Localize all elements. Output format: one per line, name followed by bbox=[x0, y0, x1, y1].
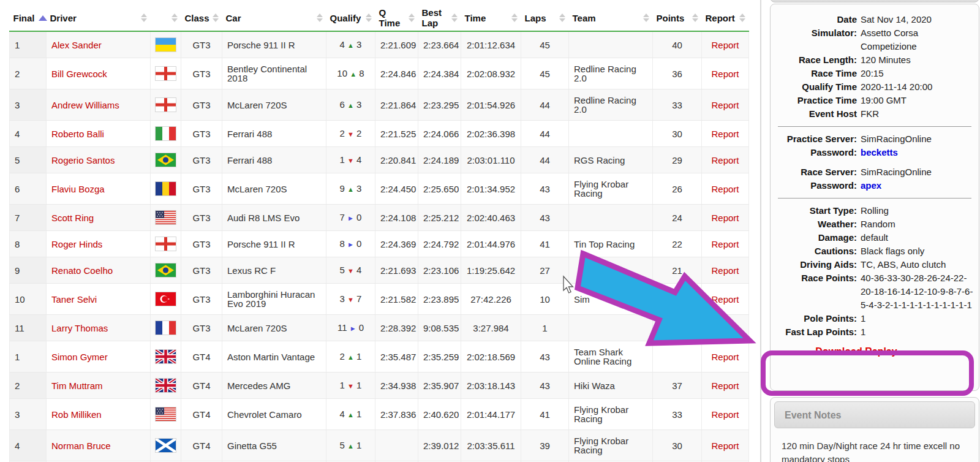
download-replay-link[interactable]: Download Replay bbox=[771, 346, 979, 357]
laps-cell: 39 bbox=[521, 430, 569, 461]
report-link[interactable]: Report bbox=[702, 205, 749, 231]
sidebar-spacer bbox=[771, 159, 979, 165]
laps-cell: 41 bbox=[521, 399, 569, 430]
report-link[interactable]: Report bbox=[702, 257, 749, 284]
driver-name-link[interactable]: Rogerio Santos bbox=[47, 147, 151, 173]
column-header-class[interactable]: Class bbox=[181, 5, 222, 31]
driver-name-link[interactable]: Taner Selvi bbox=[47, 284, 151, 315]
column-header-laps[interactable]: Laps bbox=[521, 5, 569, 31]
driver-name-link[interactable]: Alex Sander bbox=[47, 31, 151, 58]
driver-name-link[interactable]: Larry Thomas bbox=[47, 315, 151, 341]
qualify-cell: 4 ▲ 3 bbox=[326, 31, 375, 58]
class-cell: GT4 bbox=[181, 430, 222, 461]
column-header-label: Q Time bbox=[379, 7, 406, 28]
qualify-down-icon: ▼ bbox=[347, 157, 354, 164]
driver-name-link[interactable]: Andrew Williams bbox=[47, 89, 151, 121]
class-cell: GT3 bbox=[181, 147, 222, 173]
driver-name-link[interactable]: Bill Grewcock bbox=[47, 58, 151, 89]
report-link[interactable]: Report bbox=[702, 399, 749, 430]
report-link[interactable]: Report bbox=[702, 430, 749, 461]
info-row: Weather: Random bbox=[771, 218, 979, 231]
driver-name-link[interactable]: Flaviu Bozga bbox=[47, 173, 151, 205]
result-row: 3 Rob Milliken GT4 Chevrolet Camaro 4 ▲ … bbox=[10, 399, 749, 430]
column-header-car[interactable]: Car bbox=[222, 5, 326, 31]
report-link[interactable]: Report bbox=[702, 31, 749, 58]
sidebar-divider bbox=[778, 126, 971, 127]
report-link[interactable]: Report bbox=[702, 373, 749, 399]
report-link[interactable]: Report bbox=[702, 173, 749, 205]
column-header-team[interactable]: Team bbox=[569, 5, 653, 31]
race-time-cell: 2:03:18.143 bbox=[461, 373, 521, 399]
flag-cell bbox=[151, 430, 181, 461]
info-value: 2020-11-14 20:00 bbox=[861, 80, 974, 94]
qualify-time-cell: 2:28.392 bbox=[375, 315, 418, 341]
driver-name-link[interactable]: Scott Ring bbox=[47, 205, 151, 231]
column-header-flag[interactable] bbox=[151, 5, 181, 31]
qualify-down-icon: ▼ bbox=[347, 131, 354, 138]
driver-name-link[interactable]: Roberto Balli bbox=[47, 121, 151, 147]
driver-name-link[interactable]: Renato Coelho bbox=[47, 257, 151, 284]
column-header-report[interactable]: Report bbox=[702, 5, 749, 31]
flag-uk-icon bbox=[156, 379, 176, 392]
info-row: Event Host FKR bbox=[771, 107, 979, 121]
flag-cell bbox=[151, 284, 181, 315]
car-cell: Lexus RC F bbox=[222, 257, 326, 284]
laps-cell: 43 bbox=[521, 205, 569, 231]
driver-name-link[interactable]: Roger Hinds bbox=[47, 231, 151, 257]
sort-icon bbox=[739, 13, 745, 22]
column-header-label: Points bbox=[657, 13, 685, 23]
info-label: Date bbox=[771, 13, 857, 26]
final-position-cell: 3 bbox=[10, 399, 47, 430]
driver-name-link[interactable]: Tim Muttram bbox=[47, 373, 151, 399]
info-value: 20:15 bbox=[861, 67, 974, 80]
info-label: Simulator: bbox=[771, 26, 857, 53]
points-cell: 36 bbox=[653, 58, 702, 89]
column-header-time[interactable]: Time bbox=[461, 5, 521, 31]
points-cell: 33 bbox=[653, 399, 702, 430]
driver-name-link[interactable]: Simon Gymer bbox=[47, 341, 151, 373]
info-value: default bbox=[861, 231, 974, 244]
report-link[interactable]: Report bbox=[702, 121, 749, 147]
info-label: Practice Time bbox=[771, 94, 857, 107]
info-value: 120 Minutes bbox=[861, 53, 974, 67]
report-link[interactable]: Report bbox=[702, 147, 749, 173]
result-row: 9 Renato Coelho GT3 Lexus RC F 5 ▼ 4 2:2… bbox=[10, 257, 749, 284]
info-value: FKR bbox=[861, 107, 974, 121]
report-link[interactable]: Report bbox=[702, 341, 749, 373]
sort-icon bbox=[559, 13, 565, 22]
race-time-cell: 2:01:54.926 bbox=[461, 89, 521, 121]
column-header-q-time[interactable]: Q Time bbox=[375, 5, 418, 31]
qualify-down-icon: ▼ bbox=[347, 296, 354, 303]
column-header-best-lap[interactable]: Best Lap bbox=[418, 5, 461, 31]
column-header-qualify[interactable]: Qualify bbox=[326, 5, 375, 31]
result-row: 10 Taner Selvi GT3 Lamborghini Huracan E… bbox=[10, 284, 749, 315]
laps-cell: 1 bbox=[521, 315, 569, 341]
column-header-driver[interactable]: Driver bbox=[47, 5, 151, 31]
column-header-final[interactable]: Final bbox=[10, 5, 47, 31]
laps-cell: 43 bbox=[521, 173, 569, 205]
report-link[interactable]: Report bbox=[702, 315, 749, 341]
qualify-time-cell: 2:20.841 bbox=[375, 147, 418, 173]
report-link[interactable]: Report bbox=[702, 58, 749, 89]
report-link[interactable]: Report bbox=[702, 231, 749, 257]
report-link[interactable]: Report bbox=[702, 89, 749, 121]
report-link[interactable]: Report bbox=[702, 284, 749, 315]
result-row: 4 Roberto Balli GT3 Ferrari 488 2 ▼ 2 2:… bbox=[10, 121, 749, 147]
info-row: Pole Points: 1 bbox=[771, 312, 979, 325]
results-table-container: Final Driver Class Car Qualify Q Time bbox=[9, 5, 748, 462]
race-time-cell: 2:02:40.463 bbox=[461, 205, 521, 231]
flag-england-icon bbox=[156, 98, 176, 112]
points-cell: 21 bbox=[653, 257, 702, 284]
car-cell: McLaren 720S bbox=[222, 315, 326, 341]
points-cell: 37 bbox=[653, 373, 702, 399]
info-label: Driving Aids: bbox=[771, 258, 857, 271]
points-cell bbox=[653, 341, 702, 373]
column-header-points[interactable]: Points bbox=[653, 5, 702, 31]
points-cell: 18 bbox=[653, 284, 702, 315]
info-value: Black flags only bbox=[861, 244, 974, 258]
flag-cell bbox=[151, 205, 181, 231]
driver-name-link[interactable]: Rob Milliken bbox=[47, 399, 151, 430]
driver-name-link[interactable]: Norman Bruce bbox=[47, 430, 151, 461]
info-value: apex bbox=[861, 179, 974, 192]
sort-icon bbox=[317, 13, 323, 22]
